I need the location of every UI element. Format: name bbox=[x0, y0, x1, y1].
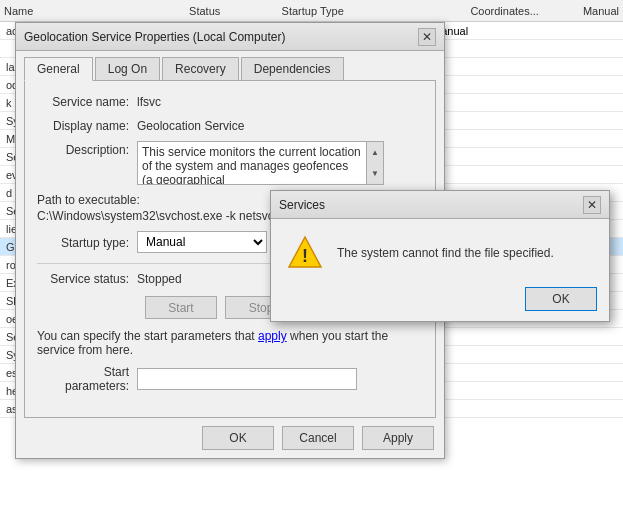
display-name-row: Display name: Geolocation Service bbox=[37, 117, 423, 133]
props-close-button[interactable]: ✕ bbox=[418, 28, 436, 46]
scroll-down-button[interactable]: ▼ bbox=[367, 163, 383, 184]
tab-logon[interactable]: Log On bbox=[95, 57, 160, 80]
description-row: Description: This service monitors the c… bbox=[37, 141, 423, 185]
startup-type-select[interactable]: Automatic Automatic (Delayed Start) Manu… bbox=[137, 231, 267, 253]
error-ok-button[interactable]: OK bbox=[525, 287, 597, 311]
description-label: Description: bbox=[37, 141, 137, 157]
display-name-label: Display name: bbox=[37, 117, 137, 133]
error-dialog: Services ✕ ! The system cannot find the … bbox=[270, 190, 610, 322]
description-scrollbar: ▲ ▼ bbox=[367, 141, 384, 185]
display-name-value: Geolocation Service bbox=[137, 117, 244, 133]
dialog-title: Geolocation Service Properties (Local Co… bbox=[24, 30, 285, 44]
error-body: ! The system cannot find the file specif… bbox=[271, 219, 609, 281]
tabs-bar: General Log On Recovery Dependencies bbox=[16, 51, 444, 80]
error-titlebar: Services ✕ bbox=[271, 191, 609, 219]
start-service-button[interactable]: Start bbox=[145, 296, 217, 319]
service-name-value: lfsvc bbox=[137, 93, 161, 109]
svg-text:!: ! bbox=[302, 246, 308, 266]
scroll-up-button[interactable]: ▲ bbox=[367, 142, 383, 163]
description-container: This service monitors the current locati… bbox=[137, 141, 384, 185]
service-name-label: Service name: bbox=[37, 93, 137, 109]
tab-recovery[interactable]: Recovery bbox=[162, 57, 239, 80]
service-status-value: Stopped bbox=[137, 272, 182, 286]
services-header: Name Status Startup Type Coordinates... … bbox=[0, 0, 623, 22]
description-textarea[interactable]: This service monitors the current locati… bbox=[137, 141, 367, 185]
start-params-input[interactable] bbox=[137, 368, 357, 390]
cancel-button[interactable]: Cancel bbox=[282, 426, 354, 450]
error-footer: OK bbox=[271, 281, 609, 321]
apply-link[interactable]: apply bbox=[258, 329, 287, 343]
tab-general[interactable]: General bbox=[24, 57, 93, 81]
error-dialog-title: Services bbox=[279, 198, 325, 212]
service-status-label: Service status: bbox=[37, 272, 137, 286]
dialog-footer: OK Cancel Apply bbox=[16, 418, 444, 458]
error-close-button[interactable]: ✕ bbox=[583, 196, 601, 214]
error-message: The system cannot find the file specifie… bbox=[337, 245, 554, 262]
start-params-row: Start parameters: bbox=[37, 365, 423, 393]
tab-dependencies[interactable]: Dependencies bbox=[241, 57, 344, 80]
apply-button[interactable]: Apply bbox=[362, 426, 434, 450]
hint-text: You can specify the start parameters tha… bbox=[37, 329, 423, 357]
warning-icon: ! bbox=[287, 235, 323, 271]
start-params-label: Start parameters: bbox=[37, 365, 137, 393]
dialog-titlebar: Geolocation Service Properties (Local Co… bbox=[16, 23, 444, 51]
ok-button[interactable]: OK bbox=[202, 426, 274, 450]
service-name-row: Service name: lfsvc bbox=[37, 93, 423, 109]
startup-label: Startup type: bbox=[37, 234, 137, 250]
